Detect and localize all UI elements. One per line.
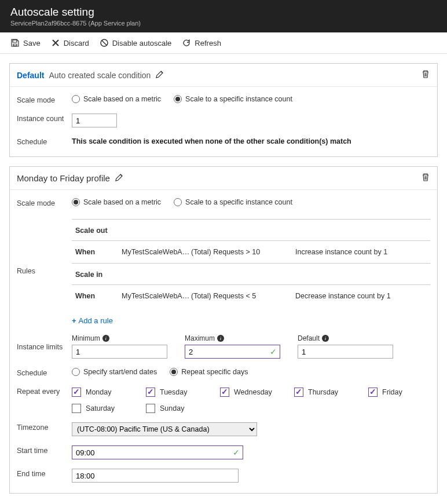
min-label: Minimum <box>72 334 100 342</box>
timezone-select[interactable]: (UTC-08:00) Pacific Time (US & Canada) <box>72 422 257 436</box>
default-input[interactable] <box>298 345 393 359</box>
rule-when-label: When <box>75 248 122 256</box>
scale-out-heading: Scale out <box>72 220 430 241</box>
max-label: Maximum <box>185 334 215 342</box>
day-label: Monday <box>86 388 111 396</box>
week-profile-header: Monday to Friday profile <box>10 167 437 190</box>
checkbox-saturday[interactable]: Saturday <box>72 404 146 413</box>
default-profile-header: Default Auto created scale condition <box>10 64 437 87</box>
discard-label: Discard <box>64 39 89 48</box>
scale-mode-label: Scale mode <box>17 95 72 104</box>
rule-when-label: When <box>75 292 122 300</box>
week-profile-panel: Monday to Friday profile Scale mode Scal… <box>9 166 438 494</box>
refresh-button[interactable]: Refresh <box>182 38 221 48</box>
day-label: Sunday <box>160 404 184 412</box>
radio-days-label: Repeat specific days <box>181 368 248 376</box>
disable-icon <box>100 38 109 48</box>
disable-autoscale-button[interactable]: Disable autoscale <box>100 38 172 48</box>
radio-count-label: Scale to a specific instance count <box>185 198 292 206</box>
pencil-icon <box>115 173 123 182</box>
disable-label: Disable autoscale <box>112 39 172 48</box>
radio-metric-label: Scale based on a metric <box>83 198 161 206</box>
add-rule-link[interactable]: + Add a rule <box>72 316 113 325</box>
trash-icon <box>421 70 430 79</box>
checkbox-friday[interactable]: Friday <box>368 388 415 397</box>
radio-icon <box>174 198 182 206</box>
checkbox-monday[interactable]: Monday <box>72 388 146 397</box>
refresh-label: Refresh <box>195 39 221 48</box>
radio-count-label: Scale to a specific instance count <box>185 95 292 103</box>
rule-out-resource: MyTestScaleWebA… <box>122 248 191 256</box>
scale-out-rule-row[interactable]: When MyTestScaleWebA… (Total) Requests >… <box>72 241 430 264</box>
instance-count-input[interactable] <box>72 114 117 127</box>
page-subtitle: ServicePlan2af96bcc-8675 (App Service pl… <box>10 20 437 27</box>
radio-dates-label: Specify start/end dates <box>83 368 157 376</box>
edit-week-button[interactable] <box>115 173 123 184</box>
refresh-icon <box>182 38 191 48</box>
checkbox-tuesday[interactable]: Tuesday <box>146 388 220 397</box>
info-icon[interactable]: i <box>102 335 109 342</box>
radio-icon <box>174 95 182 103</box>
radio-metric-label: Scale based on a metric <box>83 95 161 103</box>
repeat-every-label: Repeat every <box>17 386 72 396</box>
scale-in-rule-row[interactable]: When MyTestScaleWebA… (Total) Requests <… <box>72 285 430 307</box>
instance-limits-label: Instance limits <box>17 342 72 351</box>
checkbox-icon <box>294 388 303 397</box>
checkbox-icon <box>72 404 81 413</box>
day-label: Thursday <box>308 388 338 396</box>
checkbox-icon <box>220 388 229 397</box>
checkbox-icon <box>368 388 378 397</box>
timezone-label: Timezone <box>17 422 72 432</box>
start-time-label: Start time <box>17 445 72 455</box>
info-icon[interactable]: i <box>322 335 329 342</box>
rule-in-action: Decrease instance count by 1 <box>295 292 427 300</box>
max-input[interactable] <box>185 345 280 359</box>
page-header: Autoscale setting ServicePlan2af96bcc-86… <box>0 0 447 32</box>
radio-specify-dates[interactable]: Specify start/end dates <box>72 368 157 376</box>
rule-in-condition: (Total) Requests < 5 <box>191 292 295 300</box>
edit-default-button[interactable] <box>155 70 164 81</box>
day-label: Saturday <box>86 404 115 412</box>
start-time-input[interactable] <box>72 445 243 459</box>
trash-icon <box>421 173 430 182</box>
day-label: Tuesday <box>160 388 187 396</box>
radio-icon <box>72 95 80 103</box>
save-label: Save <box>23 39 41 48</box>
radio-icon <box>72 368 80 376</box>
radio-scale-metric[interactable]: Scale based on a metric <box>72 198 161 206</box>
default-subtitle: Auto created scale condition <box>49 71 151 80</box>
default-label: Default <box>298 334 320 342</box>
pencil-icon <box>155 70 164 79</box>
checkbox-icon <box>146 388 155 397</box>
week-profile-title: Monday to Friday profile <box>17 173 110 183</box>
schedule-note: This scale condition is executed when no… <box>72 137 351 145</box>
delete-week-button[interactable] <box>421 173 430 184</box>
page-title: Autoscale setting <box>10 6 437 19</box>
checkbox-sunday[interactable]: Sunday <box>146 404 220 413</box>
checkbox-thursday[interactable]: Thursday <box>294 388 368 397</box>
default-profile-panel: Default Auto created scale condition Sca… <box>9 63 438 157</box>
rules-label: Rules <box>17 267 72 275</box>
radio-repeat-days[interactable]: Repeat specific days <box>170 368 248 376</box>
rule-in-resource: MyTestScaleWebA… <box>122 292 191 300</box>
day-label: Wednesday <box>234 388 272 396</box>
radio-icon <box>72 198 80 206</box>
checkbox-icon <box>72 388 81 397</box>
add-rule-label: Add a rule <box>79 316 113 325</box>
default-title: Default <box>17 71 44 80</box>
radio-icon <box>170 368 178 376</box>
scale-in-heading: Scale in <box>72 264 430 285</box>
info-icon[interactable]: i <box>217 335 224 342</box>
radio-scale-count[interactable]: Scale to a specific instance count <box>174 95 292 103</box>
checkbox-icon <box>146 404 155 413</box>
end-time-input[interactable] <box>72 469 239 483</box>
radio-scale-count[interactable]: Scale to a specific instance count <box>174 198 292 206</box>
save-button[interactable]: Save <box>10 38 41 48</box>
min-input[interactable] <box>72 345 167 359</box>
save-icon <box>10 38 20 48</box>
radio-scale-metric[interactable]: Scale based on a metric <box>72 95 161 103</box>
checkbox-wednesday[interactable]: Wednesday <box>220 388 294 397</box>
end-time-label: End time <box>17 469 72 478</box>
discard-button[interactable]: Discard <box>51 38 89 48</box>
delete-default-button[interactable] <box>421 70 430 81</box>
